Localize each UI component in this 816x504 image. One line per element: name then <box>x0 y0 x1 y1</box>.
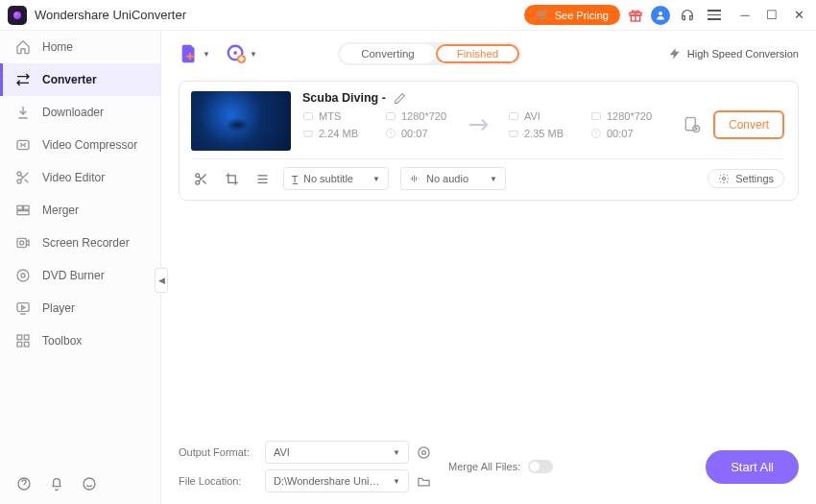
sidebar-item-downloader[interactable]: Downloader <box>0 96 160 129</box>
sidebar-item-converter[interactable]: Converter <box>0 63 160 96</box>
more-icon[interactable] <box>252 169 272 188</box>
tab-converting[interactable]: Converting <box>340 44 436 63</box>
svg-rect-27 <box>592 113 601 120</box>
high-speed-toggle[interactable]: High Speed Conversion <box>668 47 799 60</box>
gift-icon[interactable] <box>628 8 643 23</box>
menu-icon[interactable] <box>705 6 724 25</box>
svg-point-5 <box>17 180 21 183</box>
dst-size: 2.35 MB <box>508 128 575 139</box>
conversion-item: Scuba Diving - MTS 1280*720 2.24 MB 00:0… <box>179 81 799 201</box>
item-settings-button[interactable]: Settings <box>708 169 784 188</box>
maximize-button[interactable]: ☐ <box>762 6 781 25</box>
sidebar-item-toolbox[interactable]: Toolbox <box>0 324 160 357</box>
svg-point-10 <box>20 241 24 245</box>
sidebar-label: Converter <box>42 73 97 86</box>
dst-duration: 00:07 <box>590 128 658 139</box>
sidebar-item-home[interactable]: Home <box>0 31 160 63</box>
home-icon <box>15 39 31 55</box>
download-icon <box>15 105 31 120</box>
gear-icon <box>718 173 730 184</box>
sidebar-label: Toolbox <box>42 334 82 348</box>
svg-point-33 <box>723 178 726 180</box>
output-format-select[interactable]: AVI ▼ <box>265 441 409 464</box>
open-folder-icon[interactable] <box>417 474 431 489</box>
audio-icon <box>409 173 420 184</box>
format-settings-icon[interactable] <box>417 445 431 460</box>
svg-rect-7 <box>24 205 29 209</box>
chevron-down-icon: ▼ <box>250 50 257 59</box>
titlebar: Wondershare UniConverter 🛒 See Pricing ─… <box>0 0 816 31</box>
help-icon[interactable] <box>15 475 33 492</box>
svg-rect-29 <box>685 118 695 131</box>
add-file-button[interactable]: ▼ <box>179 43 210 64</box>
app-logo <box>8 6 27 25</box>
player-icon <box>15 300 31 316</box>
merge-toggle[interactable] <box>528 460 553 473</box>
dst-format: AVI <box>508 110 575 122</box>
sidebar-label: DVD Burner <box>42 269 105 282</box>
svg-point-4 <box>17 172 21 176</box>
chevron-down-icon: ▼ <box>203 50 210 59</box>
status-tabs: Converting Finished <box>338 42 521 65</box>
sidebar-item-dvd[interactable]: DVD Burner <box>0 259 160 292</box>
sidebar-label: Player <box>42 301 75 315</box>
close-button[interactable]: ✕ <box>789 6 808 25</box>
audio-label: No audio <box>426 173 484 184</box>
audio-select[interactable]: No audio ▼ <box>400 167 506 190</box>
feedback-icon[interactable] <box>81 475 98 492</box>
converter-icon <box>15 72 31 87</box>
svg-rect-15 <box>24 335 29 340</box>
support-icon[interactable] <box>678 6 697 25</box>
bolt-icon <box>668 47 682 60</box>
dst-resolution: 1280*720 <box>590 110 658 122</box>
svg-point-12 <box>21 274 25 277</box>
item-title: Scuba Diving - <box>302 91 386 105</box>
svg-rect-13 <box>17 303 29 312</box>
sidebar-item-compressor[interactable]: Video Compressor <box>0 129 160 161</box>
add-dvd-button[interactable]: ▼ <box>226 43 257 64</box>
settings-label: Settings <box>735 173 774 184</box>
svg-rect-9 <box>17 238 26 247</box>
sidebar-item-player[interactable]: Player <box>0 292 160 324</box>
bottom-bar: Output Format: AVI ▼ File Location: D:\W… <box>179 431 799 492</box>
output-preset-icon[interactable] <box>683 115 702 134</box>
svg-point-19 <box>84 478 95 490</box>
chevron-down-icon: ▼ <box>372 175 380 183</box>
arrow-icon <box>469 117 491 132</box>
file-location-label: File Location: <box>179 475 257 487</box>
svg-point-35 <box>419 446 429 457</box>
src-format: MTS <box>302 110 370 122</box>
chevron-down-icon: ▼ <box>490 175 497 183</box>
trim-icon[interactable] <box>191 169 210 188</box>
see-pricing-button[interactable]: 🛒 See Pricing <box>524 5 620 25</box>
subtitle-select[interactable]: T̲ No subtitle ▼ <box>283 167 389 190</box>
scissors-icon <box>15 170 31 185</box>
file-location-select[interactable]: D:\Wondershare UniConverter 1 ▼ <box>265 469 409 492</box>
src-size: 2.24 MB <box>302 128 370 139</box>
video-thumbnail[interactable] <box>191 91 291 151</box>
chevron-down-icon: ▼ <box>393 448 400 457</box>
svg-rect-6 <box>17 205 22 209</box>
src-resolution: 1280*720 <box>385 110 452 122</box>
app-title: Wondershare UniConverter <box>35 8 186 22</box>
sidebar-item-recorder[interactable]: Screen Recorder <box>0 227 160 259</box>
start-all-button[interactable]: Start All <box>706 450 799 484</box>
convert-button[interactable]: Convert <box>713 110 784 139</box>
user-avatar[interactable] <box>651 6 670 25</box>
sidebar-item-merger[interactable]: Merger <box>0 194 160 227</box>
toolbox-icon <box>15 333 31 348</box>
edit-title-icon[interactable] <box>394 92 406 105</box>
svg-rect-16 <box>17 342 22 347</box>
sidebar-label: Video Editor <box>42 171 105 184</box>
compressor-icon <box>15 137 31 153</box>
dvd-icon <box>15 268 31 283</box>
merger-icon <box>15 203 31 218</box>
svg-point-11 <box>17 270 29 281</box>
svg-point-21 <box>233 51 237 55</box>
sidebar-label: Screen Recorder <box>42 236 130 250</box>
bell-icon[interactable] <box>48 475 65 492</box>
crop-icon[interactable] <box>222 169 241 188</box>
sidebar-item-editor[interactable]: Video Editor <box>0 161 160 194</box>
tab-finished[interactable]: Finished <box>436 44 519 63</box>
minimize-button[interactable]: ─ <box>735 6 755 25</box>
